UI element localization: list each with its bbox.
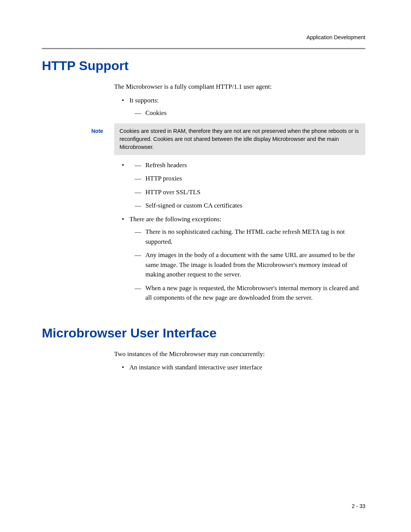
- supports-sublist-1: Cookies: [129, 108, 365, 118]
- heading-http-support: HTTP Support: [42, 58, 365, 73]
- mui-list: An instance with standard interactive us…: [114, 363, 365, 372]
- supports-ssl: HTTP over SSL/TLS: [140, 187, 365, 197]
- page-number: 2 - 33: [352, 503, 365, 509]
- supports-cookies: Cookies: [140, 108, 365, 118]
- supports-continuation: Refresh headers HTTP proxies HTTP over S…: [124, 160, 365, 211]
- note-body: Cookies are stored in RAM, therefore the…: [114, 123, 365, 155]
- section-body: The Microbrowser is a fully compliant HT…: [114, 82, 365, 118]
- mui-intro: Two instances of the Microbrowser may ru…: [114, 350, 365, 359]
- exceptions-label: There are the following exceptions:: [129, 216, 221, 223]
- exception-1: There is no sophisticated caching. The H…: [140, 227, 365, 246]
- supports-list: It supports: Cookies: [114, 96, 365, 118]
- header-rule: [42, 48, 365, 49]
- continued-list: Refresh headers HTTP proxies HTTP over S…: [114, 160, 365, 303]
- exceptions-item: There are the following exceptions: Ther…: [124, 214, 365, 303]
- heading-microbrowser-ui: Microbrowser User Interface: [42, 326, 365, 340]
- note-block: Note Cookies are stored in RAM, therefor…: [91, 123, 365, 155]
- supports-certs: Self-signed or custom CA certificates: [140, 201, 365, 211]
- supports-refresh: Refresh headers: [140, 160, 365, 170]
- exceptions-sublist: There is no sophisticated caching. The H…: [129, 227, 365, 303]
- exception-3: When a new page is requested, the Microb…: [140, 283, 365, 303]
- exception-2: Any images in the body of a document wit…: [140, 250, 365, 280]
- supports-sublist-2: Refresh headers HTTP proxies HTTP over S…: [129, 160, 365, 211]
- supports-item: It supports: Cookies: [124, 96, 365, 118]
- intro-paragraph: The Microbrowser is a fully compliant HT…: [114, 82, 365, 92]
- note-label: Note: [91, 123, 114, 155]
- section-body-continued: Refresh headers HTTP proxies HTTP over S…: [114, 160, 365, 303]
- header-section: Application Development: [42, 34, 365, 40]
- supports-proxies: HTTP proxies: [140, 174, 365, 184]
- supports-label: It supports:: [129, 97, 159, 104]
- mui-item-1: An instance with standard interactive us…: [124, 363, 365, 372]
- section-body-mui: Two instances of the Microbrowser may ru…: [114, 350, 365, 372]
